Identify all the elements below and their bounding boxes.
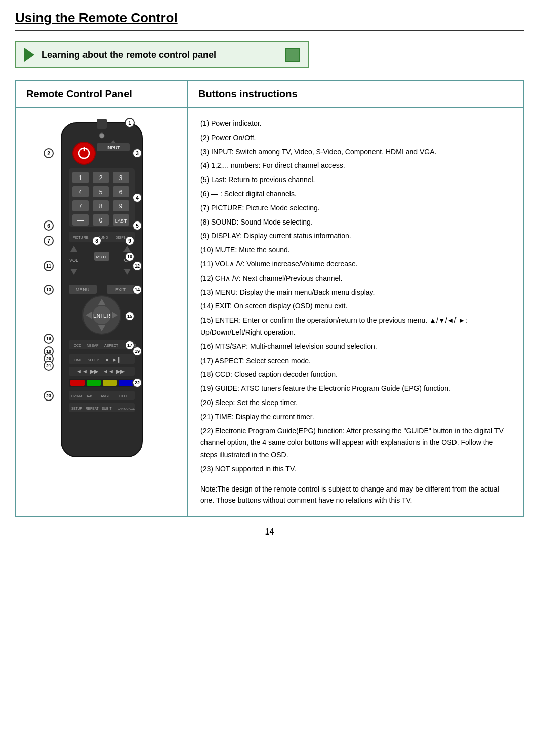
label-12: 12 — [132, 261, 142, 271]
instruction-item: (6) — : Select digital channels. — [200, 188, 511, 200]
instruction-item: (2) Power On/Off. — [200, 132, 511, 144]
svg-text:—: — — [77, 217, 84, 224]
svg-text:SUB-T: SUB-T — [102, 407, 112, 410]
label-8: 8 — [92, 236, 102, 246]
label-16: 16 — [44, 334, 54, 344]
svg-text:◄◄: ◄◄ — [103, 368, 114, 374]
svg-text:9: 9 — [119, 203, 123, 210]
svg-text:SLEEP: SLEEP — [88, 358, 99, 362]
svg-text:5: 5 — [99, 189, 103, 196]
svg-text:PICTURE: PICTURE — [73, 236, 89, 239]
svg-text:MENU: MENU — [76, 287, 90, 292]
svg-text:TIME: TIME — [74, 358, 82, 362]
label-7: 7 — [44, 236, 54, 246]
main-table: Remote Control Panel Buttons instruction… — [15, 80, 524, 517]
instruction-item: (17) ASPECT: Select screen mode. — [200, 355, 511, 367]
svg-text:INPUT: INPUT — [107, 145, 121, 150]
instruction-item: (23) NOT supported in this TV. — [200, 463, 511, 475]
left-col-header: Remote Control Panel — [16, 81, 188, 107]
svg-text:1: 1 — [79, 174, 82, 182]
svg-text:CCD: CCD — [74, 344, 81, 347]
instruction-item: (18) CCD: Closed caption decoder functio… — [200, 369, 511, 381]
remote-container: INPUT 1 2 3 4 — [46, 118, 157, 464]
banner-arrow-icon — [24, 48, 34, 62]
svg-text:▶▶: ▶▶ — [116, 368, 125, 374]
instruction-item: (19) GUIDE: ATSC tuners feature the Elec… — [200, 383, 511, 395]
svg-text:3: 3 — [119, 174, 123, 182]
label-10: 10 — [125, 252, 135, 262]
svg-text:ANGLE: ANGLE — [101, 394, 112, 398]
label-2: 2 — [44, 148, 54, 158]
label-21: 21 — [44, 361, 54, 371]
svg-text:NBSAP: NBSAP — [87, 344, 99, 347]
label-19: 19 — [132, 346, 142, 357]
svg-text:7: 7 — [79, 203, 82, 210]
instruction-item: (7) PICTURE: Picture Mode selecting. — [200, 202, 511, 214]
svg-text:◄◄: ◄◄ — [76, 368, 88, 374]
label-14: 14 — [132, 285, 142, 295]
svg-text:MUTE: MUTE — [96, 255, 108, 259]
svg-text:REPEAT: REPEAT — [86, 407, 99, 410]
svg-text:■: ■ — [106, 357, 108, 362]
instruction-item: (15) ENTER: Enter or confirm the operati… — [200, 315, 511, 339]
note: Note:The design of the remote control is… — [200, 483, 511, 506]
svg-text:LANGUAGE: LANGUAGE — [118, 407, 135, 410]
instruction-item: (3) INPUT: Switch among TV, Video, S-Vid… — [200, 146, 511, 158]
label-5: 5 — [132, 220, 142, 231]
page-title: Using the Remote Control — [15, 10, 178, 25]
label-9: 9 — [125, 236, 135, 246]
instruction-item: (20) Sleep: Set the sleep timer. — [200, 397, 511, 409]
instruction-item: (10) MUTE: Mute the sound. — [200, 244, 511, 256]
instruction-item: (8) SOUND: Sound Mode selecting. — [200, 216, 511, 229]
svg-rect-75 — [103, 380, 117, 386]
banner: Learning about the remote control panel — [15, 41, 309, 68]
instruction-item: (12) CH∧ /V: Next channel/Previous chann… — [200, 273, 511, 285]
svg-text:▶▐: ▶▐ — [113, 357, 120, 363]
svg-text:▶▶: ▶▶ — [90, 368, 99, 374]
label-23: 23 — [44, 391, 54, 401]
page-number: 14 — [15, 527, 524, 537]
label-11: 11 — [44, 261, 54, 271]
svg-text:ENTER: ENTER — [93, 313, 110, 319]
label-22: 22 — [132, 378, 142, 388]
svg-text:EXIT: EXIT — [115, 287, 126, 292]
svg-text:2: 2 — [99, 174, 103, 182]
svg-text:ASPECT: ASPECT — [104, 344, 119, 347]
label-3: 3 — [132, 148, 142, 158]
svg-text:0: 0 — [99, 217, 103, 224]
page-title-section: Using the Remote Control — [15, 10, 524, 31]
remote-panel-col: INPUT 1 2 3 4 — [16, 108, 188, 516]
label-13: 13 — [44, 285, 54, 295]
label-1: 1 — [125, 118, 135, 128]
svg-rect-74 — [87, 380, 101, 386]
right-col-header: Buttons instructions — [188, 81, 523, 107]
svg-text:VOL: VOL — [69, 258, 78, 263]
svg-text:6: 6 — [119, 189, 123, 196]
banner-text: Learning about the remote control panel — [42, 50, 280, 60]
table-header-row: Remote Control Panel Buttons instruction… — [16, 81, 523, 108]
instructions-list: (1) Power indicator.(2) Power On/Off.(3)… — [200, 118, 511, 475]
svg-text:4: 4 — [79, 189, 82, 196]
label-15: 15 — [125, 311, 135, 321]
instruction-item: (21) TIME: Display the current timer. — [200, 411, 511, 423]
svg-point-3 — [73, 142, 95, 164]
label-6: 6 — [44, 220, 54, 231]
svg-point-2 — [99, 133, 104, 138]
instruction-item: (14) EXIT: On screen display (OSD) menu … — [200, 300, 511, 313]
svg-text:DVD-M: DVD-M — [71, 394, 82, 398]
svg-text:LAST: LAST — [115, 218, 127, 224]
label-4: 4 — [132, 193, 142, 203]
svg-rect-73 — [70, 380, 85, 386]
instruction-item: (11) VOL∧ /V: Volume increase/Volume dec… — [200, 258, 511, 271]
banner-icon — [285, 48, 300, 62]
svg-text:SETUP: SETUP — [71, 407, 82, 410]
svg-rect-76 — [119, 380, 133, 386]
svg-text:A-B: A-B — [87, 394, 92, 398]
instructions-col: (1) Power indicator.(2) Power On/Off.(3)… — [188, 108, 523, 516]
instruction-item: (16) MTS/SAP: Multi-channel television s… — [200, 341, 511, 353]
instruction-item: (22) Electronic Program Guide(EPG) funct… — [200, 425, 511, 461]
instruction-item: (13) MENU: Display the main menu/Back me… — [200, 287, 511, 299]
svg-text:TITLE: TITLE — [119, 394, 128, 398]
table-body-row: INPUT 1 2 3 4 — [16, 108, 523, 516]
instruction-item: (1) Power indicator. — [200, 118, 511, 130]
